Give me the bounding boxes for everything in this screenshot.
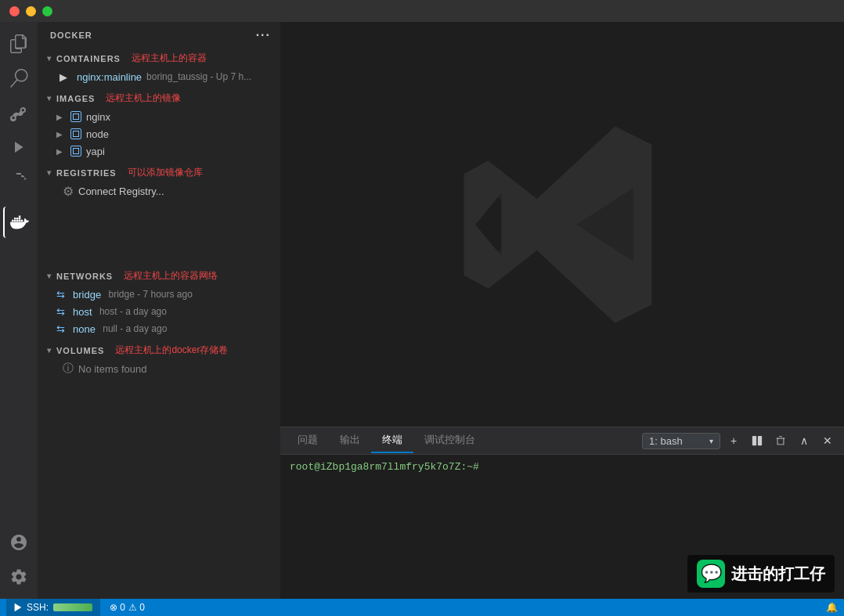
containers-chevron: ▾	[47, 54, 52, 63]
registries-label: REGISTRIES	[56, 168, 117, 178]
activity-search[interactable]	[3, 63, 34, 94]
activity-settings[interactable]	[3, 561, 34, 593]
connect-registry-icon: ⚙	[63, 184, 74, 199]
networks-section: ▾ NETWORKS 远程主机上的容器网络 ⇆ bridge bridge - …	[38, 266, 280, 337]
images-content: ▶ nginx ▶ node ▶ yapi	[38, 108, 280, 160]
content-area: 问题 输出 终端 调试控制台 1: bash ▾ + ∧	[280, 22, 844, 599]
image-node-chevron: ▶	[56, 130, 66, 139]
status-error-count: ⊗ 0	[110, 602, 125, 613]
image-yapi-icon	[70, 146, 81, 157]
images-section: ▾ IMAGES 远程主机上的镜像 ▶ nginx ▶ node ▶	[38, 88, 280, 160]
registries-section-header[interactable]: ▾ REGISTRIES 可以添加镜像仓库	[38, 163, 280, 182]
network-host-name: host	[73, 306, 92, 318]
spacer	[38, 204, 280, 266]
watermark: 💬 进击的打工仔	[687, 555, 835, 593]
registries-chevron: ▾	[47, 168, 52, 177]
activity-docker[interactable]	[3, 207, 34, 238]
terminal-tabs: 问题 输出 终端 调试控制台 1: bash ▾ + ∧	[280, 427, 844, 455]
connect-registry-item[interactable]: ⚙ Connect Registry...	[44, 182, 280, 200]
status-notify-icon[interactable]: 🔔	[826, 602, 838, 613]
network-host-detail: host - a day ago	[97, 306, 167, 317]
status-bar: SSH: ⊗ 0 ⚠ 0 🔔	[0, 599, 844, 616]
volumes-content: ⓘ No items found	[38, 360, 280, 377]
terminal-actions: 1: bash ▾ + ∧ ✕	[642, 430, 838, 451]
network-host[interactable]: ⇆ host host - a day ago	[44, 303, 280, 320]
sidebar-title: DOCKER	[50, 31, 92, 40]
terminal-trash-button[interactable]	[770, 430, 791, 451]
networks-chevron: ▾	[47, 272, 52, 280]
terminal-up-button[interactable]: ∧	[794, 430, 814, 451]
terminal-dropdown-label: 1: bash	[649, 435, 683, 447]
tab-output[interactable]: 输出	[329, 428, 371, 453]
status-right: 🔔	[826, 602, 838, 613]
terminal-add-button[interactable]: +	[723, 430, 744, 451]
container-name: nginx:mainline	[77, 71, 142, 83]
image-nginx-icon	[70, 111, 81, 122]
containers-section-header[interactable]: ▾ CONTAINERS 远程主机上的容器	[38, 49, 280, 68]
tab-terminal[interactable]: 终端	[371, 428, 413, 453]
activity-explorer[interactable]	[3, 28, 34, 59]
terminal-split-button[interactable]	[747, 430, 767, 451]
terminal-prompt: root@iZbp1ga8rm7llmfry5k7o7Z:~#	[290, 461, 479, 473]
sidebar-more-button[interactable]: ···	[256, 28, 271, 42]
vscode-logo-area	[280, 22, 844, 427]
titlebar	[0, 0, 844, 22]
image-node-name: node	[86, 128, 109, 140]
volumes-label: VOLUMES	[56, 346, 104, 355]
tab-debug-console[interactable]: 调试控制台	[413, 428, 486, 453]
image-nginx[interactable]: ▶ nginx	[44, 108, 280, 125]
volumes-annotation: 远程主机上的docker存储卷	[115, 344, 228, 357]
status-errors[interactable]: ⊗ 0 ⚠ 0	[110, 602, 145, 613]
images-annotation: 远程主机上的镜像	[106, 92, 181, 105]
maximize-button[interactable]	[42, 6, 52, 16]
watermark-name: 进击的打工仔	[731, 564, 825, 585]
network-none-icon: ⇆	[56, 323, 65, 335]
network-none-detail: null - a day ago	[100, 323, 167, 334]
container-chevron: ▶	[60, 71, 67, 83]
containers-annotation: 远程主机上的容器	[132, 52, 207, 65]
images-section-header[interactable]: ▾ IMAGES 远程主机上的镜像	[38, 88, 280, 108]
status-ssh-label: SSH:	[27, 602, 49, 613]
activity-run[interactable]	[3, 131, 34, 163]
registries-content: ⚙ Connect Registry...	[38, 182, 280, 200]
wechat-icon: 💬	[697, 560, 725, 588]
sidebar-docker-header: DOCKER ···	[38, 22, 280, 49]
volumes-section-header[interactable]: ▾ VOLUMES 远程主机上的docker存储卷	[38, 340, 280, 360]
close-button[interactable]	[9, 6, 20, 16]
networks-content: ⇆ bridge bridge - 7 hours ago ⇆ host hos…	[38, 286, 280, 337]
network-bridge-detail: bridge - 7 hours ago	[106, 289, 193, 300]
tab-problems[interactable]: 问题	[287, 428, 329, 453]
registries-section: ▾ REGISTRIES 可以添加镜像仓库 ⚙ Connect Registry…	[38, 163, 280, 200]
image-nginx-name: nginx	[86, 111, 110, 123]
image-yapi-chevron: ▶	[56, 147, 66, 156]
no-items: ⓘ No items found	[44, 360, 280, 377]
image-nginx-chevron: ▶	[56, 113, 66, 121]
minimize-button[interactable]	[26, 6, 36, 16]
network-bridge[interactable]: ⇆ bridge bridge - 7 hours ago	[44, 286, 280, 303]
container-detail: boring_taussig - Up 7 h...	[146, 71, 251, 82]
networks-section-header[interactable]: ▾ NETWORKS 远程主机上的容器网络	[38, 266, 280, 286]
svg-rect-0	[752, 436, 756, 445]
activity-extensions[interactable]	[3, 166, 34, 197]
terminal-dropdown[interactable]: 1: bash ▾	[642, 433, 720, 449]
containers-label: CONTAINERS	[56, 54, 121, 63]
terminal-dropdown-chevron: ▾	[709, 437, 713, 445]
traffic-lights	[9, 6, 52, 16]
activity-source-control[interactable]	[3, 97, 34, 128]
status-warning-count: ⚠ 0	[128, 602, 145, 613]
main-layout: DOCKER ··· ▾ CONTAINERS 远程主机上的容器 ▶ nginx…	[0, 22, 844, 599]
vscode-logo	[453, 115, 672, 334]
no-items-label: No items found	[78, 363, 146, 375]
terminal-close-button[interactable]: ✕	[817, 430, 838, 451]
status-ssh[interactable]: SSH:	[6, 599, 100, 616]
ssh-icon	[13, 602, 23, 613]
image-node-icon	[70, 128, 81, 139]
network-none[interactable]: ⇆ none null - a day ago	[44, 320, 280, 337]
activity-account[interactable]	[3, 527, 34, 558]
image-node[interactable]: ▶ node	[44, 125, 280, 142]
connect-registry-label: Connect Registry...	[78, 186, 164, 197]
image-yapi[interactable]: ▶ yapi	[44, 142, 280, 160]
images-label: IMAGES	[56, 94, 95, 103]
network-bridge-icon: ⇆	[56, 289, 65, 301]
container-item[interactable]: ▶ nginx:mainline boring_taussig - Up 7 h…	[44, 68, 280, 85]
